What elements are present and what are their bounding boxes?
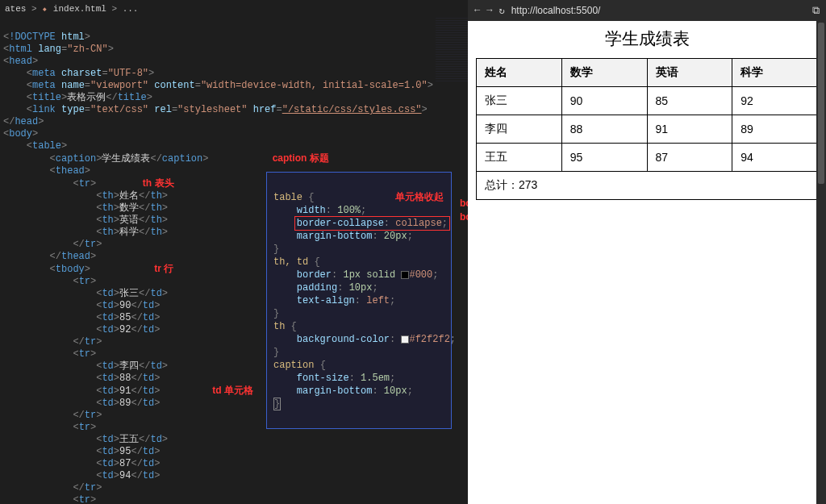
scroll-thumb[interactable] bbox=[818, 23, 824, 184]
code-editor[interactable]: ates > ⬥ index.html > ... <!DOCTYPE html… bbox=[0, 0, 468, 504]
rendered-page: 学生成绩表 姓名 数学 英语 科学 张三 90 85 92 李四 8 bbox=[468, 21, 826, 504]
back-button[interactable]: ← bbox=[474, 5, 480, 16]
table-total-row: 总计：273 bbox=[477, 172, 818, 200]
annotation-tr: tr 行 bbox=[154, 263, 173, 274]
breadcrumb-more: ... bbox=[123, 4, 139, 14]
scrollbar[interactable] bbox=[816, 21, 826, 504]
css-snippet-box: table { 单元格收起 width: 100%; border-collap… bbox=[266, 172, 452, 429]
th-name: 姓名 bbox=[477, 59, 562, 87]
breadcrumb: ates > ⬥ index.html > ... bbox=[0, 0, 468, 18]
table-header-row: 姓名 数学 英语 科学 bbox=[477, 59, 818, 87]
open-external-icon[interactable]: ⧉ bbox=[812, 5, 820, 17]
annotation-th: th 表头 bbox=[143, 177, 174, 189]
url-bar[interactable]: http://localhost:5500/ bbox=[511, 5, 806, 16]
table-row: 李四 88 91 89 bbox=[477, 115, 818, 144]
annotation-td: td 单元格 bbox=[212, 385, 253, 396]
breadcrumb-file[interactable]: index.html bbox=[53, 4, 106, 14]
browser-toolbar: ← → ↻ http://localhost:5500/ ⧉ bbox=[468, 0, 826, 21]
annotation-collapse: 单元格收起 bbox=[395, 191, 444, 202]
th-english: 英语 bbox=[647, 59, 732, 87]
th-science: 科学 bbox=[732, 59, 818, 87]
reload-button[interactable]: ↻ bbox=[499, 5, 504, 17]
table-caption: 学生成绩表 bbox=[476, 27, 818, 50]
forward-button[interactable]: → bbox=[486, 5, 492, 16]
rendered-table: 学生成绩表 姓名 数学 英语 科学 张三 90 85 92 李四 8 bbox=[476, 27, 818, 200]
annotation-caption: caption 标题 bbox=[273, 152, 329, 164]
table-row: 张三 90 85 92 bbox=[477, 87, 818, 115]
browser-preview: ← → ↻ http://localhost:5500/ ⧉ 学生成绩表 姓名 … bbox=[468, 0, 826, 504]
th-math: 数学 bbox=[561, 59, 647, 87]
table-row: 王五 95 87 94 bbox=[477, 144, 818, 172]
breadcrumb-root: ates bbox=[5, 4, 26, 14]
